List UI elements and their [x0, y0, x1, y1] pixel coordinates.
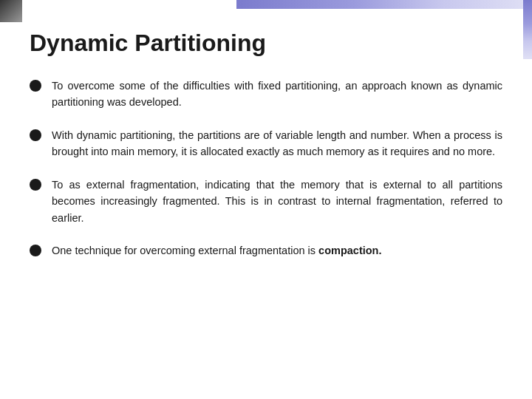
bullet-dot: [30, 80, 41, 92]
list-item: With dynamic partitioning, the partition…: [30, 127, 502, 160]
list-item: To as external fragmentation, indicating…: [30, 177, 502, 226]
bullet-text: To as external fragmentation, indicating…: [52, 177, 502, 226]
right-bar-decoration: [523, 0, 532, 59]
bullet-text-bold: compaction.: [318, 245, 381, 256]
bullet-text-before: One technique for overcoming external fr…: [52, 245, 318, 256]
list-item: One technique for overcoming external fr…: [30, 242, 502, 259]
bullet-dot: [30, 179, 41, 191]
bullet-text: One technique for overcoming external fr…: [52, 242, 502, 259]
list-item: To overcome some of the difficulties wit…: [30, 78, 502, 111]
main-content: Dynamic Partitioning To overcome some of…: [22, 15, 517, 384]
top-bar-decoration: [236, 0, 532, 9]
bullet-text: With dynamic partitioning, the partition…: [52, 127, 502, 160]
bullet-dot: [30, 245, 41, 256]
bullet-list: To overcome some of the difficulties wit…: [30, 78, 502, 259]
bullet-dot: [30, 129, 41, 141]
bullet-text: To overcome some of the difficulties wit…: [52, 78, 502, 111]
page-title: Dynamic Partitioning: [30, 30, 502, 57]
corner-decoration: [0, 0, 22, 22]
